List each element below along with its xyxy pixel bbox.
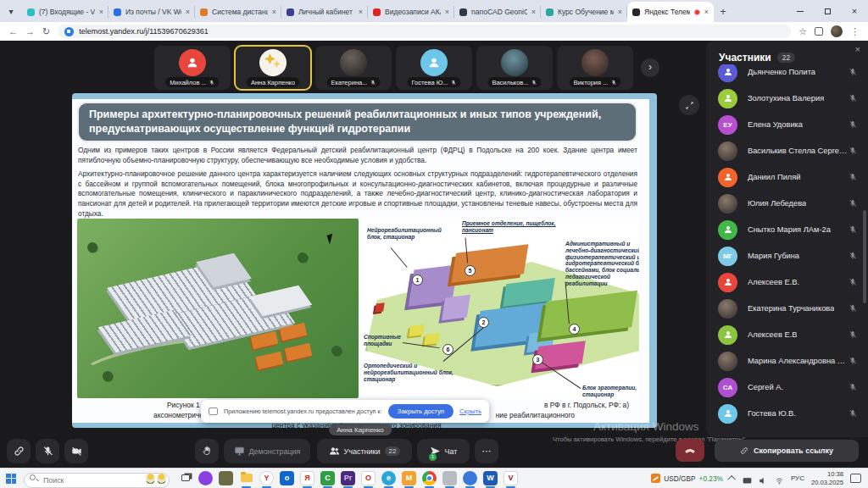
video-thumbnail-4[interactable]: Васильков... bbox=[476, 46, 553, 90]
stop-sharing-button[interactable]: Закрыть доступ bbox=[388, 404, 453, 419]
tab-close-icon[interactable]: × bbox=[359, 8, 363, 16]
participant-row[interactable]: Гостева Ю.В. bbox=[706, 401, 868, 426]
copy-link-button[interactable]: Скопировать ссылку bbox=[715, 440, 859, 462]
participant-row[interactable]: Дьянченко Полита bbox=[706, 64, 868, 85]
outlook-icon[interactable]: o bbox=[280, 471, 294, 485]
tab-close-icon[interactable]: × bbox=[272, 8, 276, 16]
thumbnail-name: Васильков... bbox=[492, 79, 528, 86]
participant-row[interactable]: Снытко Мария ЛАм-2а bbox=[706, 217, 868, 242]
start-button[interactable] bbox=[0, 474, 22, 484]
participant-row[interactable]: Марина Александровна Че... bbox=[706, 348, 868, 374]
demo-button[interactable]: Демонстрация bbox=[224, 439, 310, 463]
participant-row[interactable]: Даниил Пиляй bbox=[706, 164, 868, 190]
address-pill[interactable] bbox=[58, 25, 791, 38]
participant-name: Дьянченко Полита bbox=[748, 68, 815, 76]
browser-tab-3[interactable]: Личный кабинет × bbox=[281, 2, 368, 22]
tab-close-icon[interactable]: × bbox=[186, 8, 190, 16]
window-close-button[interactable]: × bbox=[841, 0, 868, 22]
participant-row[interactable]: Юлия Лебедева bbox=[706, 191, 868, 216]
expand-view-button[interactable] bbox=[679, 95, 699, 115]
participants-list: Дьянченко Полита Золотухина Валерия ЕУ Е… bbox=[706, 64, 868, 437]
back-icon[interactable]: ← bbox=[8, 27, 18, 36]
tab-groups-icon[interactable] bbox=[815, 27, 823, 36]
edge-icon[interactable]: e bbox=[381, 471, 396, 485]
meeting-link-button[interactable] bbox=[7, 439, 31, 463]
hang-up-button[interactable] bbox=[676, 439, 704, 462]
browser-menu-icon[interactable]: ⋮ bbox=[850, 27, 860, 36]
vray-icon[interactable]: V bbox=[504, 471, 518, 485]
bookmark-star-icon[interactable]: ☆ bbox=[798, 27, 807, 36]
window-maximize-button[interactable] bbox=[814, 0, 841, 22]
raise-hand-button[interactable] bbox=[195, 439, 219, 463]
presenter-name-pill: Анна Карпенко bbox=[329, 424, 392, 435]
participant-row[interactable]: СА Сергей А. bbox=[706, 374, 868, 400]
mail-app-icon[interactable] bbox=[463, 471, 477, 485]
grey-app-icon[interactable] bbox=[442, 471, 457, 485]
taskbar-search[interactable] bbox=[24, 471, 170, 486]
clock[interactable]: 10:38 20.03.2025 bbox=[811, 470, 843, 486]
miro-icon[interactable]: M bbox=[402, 471, 416, 485]
screen-cast-icon[interactable] bbox=[743, 474, 752, 483]
new-tab-button[interactable]: + bbox=[714, 2, 732, 22]
video-thumbnail-0[interactable]: Михайлов ... bbox=[154, 46, 231, 90]
browser-tab-5[interactable]: nanoCAD GeoniCS. Бес × bbox=[454, 2, 541, 22]
compass-icon[interactable]: C bbox=[320, 471, 335, 485]
window-minimize-button[interactable] bbox=[787, 0, 814, 22]
alice-icon[interactable] bbox=[198, 471, 213, 485]
video-thumbnail-3[interactable]: Гостева Ю... bbox=[396, 46, 472, 90]
opera-icon[interactable]: O bbox=[361, 471, 376, 485]
participant-avatar: ЕУ bbox=[718, 115, 737, 135]
currency-widget[interactable]: USD/GBP +0.23% bbox=[651, 474, 723, 483]
panel-close-icon[interactable]: × bbox=[855, 44, 860, 54]
url-input[interactable] bbox=[79, 27, 784, 36]
caption-right-1: в РФ в г. Подольск, РФ: а) bbox=[544, 401, 629, 409]
yandex-icon[interactable]: Я bbox=[300, 471, 314, 485]
participant-row[interactable]: Екатерина Турчаникова bbox=[706, 296, 868, 321]
tab-close-icon[interactable]: × bbox=[445, 8, 449, 16]
language-indicator[interactable]: РУС bbox=[791, 474, 804, 482]
participant-row[interactable]: Золотухина Валерия bbox=[706, 86, 868, 111]
chrome-icon[interactable] bbox=[422, 471, 437, 485]
participant-row[interactable]: МГ Мария Губина bbox=[706, 243, 868, 269]
browser-tab-0[interactable]: (7) Входящие - VK Work × bbox=[22, 2, 108, 22]
premiere-icon[interactable]: Pr bbox=[341, 471, 355, 485]
participants-scrollbar[interactable] bbox=[863, 210, 866, 303]
explorer-folder-icon[interactable] bbox=[239, 471, 253, 485]
browser-tab-7[interactable]: Яндекс Телемост × bbox=[627, 2, 714, 22]
forward-icon[interactable]: → bbox=[25, 27, 35, 36]
tab-close-icon[interactable]: × bbox=[704, 8, 709, 16]
word-icon[interactable]: W bbox=[483, 471, 498, 485]
tray-overflow-chevron-icon[interactable] bbox=[727, 475, 736, 484]
participants-button[interactable]: Участники 22 bbox=[317, 439, 412, 463]
yandex-browser-icon[interactable]: Y bbox=[259, 471, 274, 485]
browser-tab-1[interactable]: Из почты / VK WorkDisk × bbox=[108, 2, 195, 22]
more-options-button[interactable]: ⋯ bbox=[475, 439, 498, 463]
task-view-icon[interactable] bbox=[178, 471, 192, 485]
browser-tab-4[interactable]: Видеозаписи АКАДЕМИ × bbox=[368, 2, 454, 22]
microphone-muted-button[interactable] bbox=[36, 439, 59, 463]
video-thumbnail-5[interactable]: Виктория ... bbox=[557, 46, 633, 90]
chat-button[interactable]: Чат 1 bbox=[417, 439, 470, 463]
video-thumbnail-2[interactable]: Екатерина... bbox=[315, 46, 392, 90]
participant-row[interactable]: Алексеев Е.В bbox=[706, 322, 868, 347]
tab-strip-tabs: (7) Входящие - VK Work × Из почты / VK W… bbox=[22, 2, 714, 22]
notification-center-icon[interactable] bbox=[850, 474, 861, 483]
tab-close-icon[interactable]: × bbox=[99, 8, 103, 16]
store-icon[interactable] bbox=[219, 471, 233, 485]
video-thumbnail-1[interactable]: Анна Карпенко bbox=[235, 46, 311, 90]
participant-row[interactable]: Василькив Стелла Сергеевна bbox=[706, 138, 868, 164]
tab-close-icon[interactable]: × bbox=[531, 8, 536, 16]
participant-row[interactable]: Алексеев Е.В. bbox=[706, 269, 868, 295]
browser-profile-avatar[interactable] bbox=[831, 25, 843, 37]
camera-off-button[interactable] bbox=[64, 439, 88, 463]
participant-row[interactable]: ЕУ Елена Удовика bbox=[706, 112, 868, 137]
thumbnails-next-button[interactable]: › bbox=[641, 58, 659, 77]
browser-tab-2[interactable]: Система дистанционно × bbox=[195, 2, 281, 22]
tab-close-icon[interactable]: × bbox=[618, 8, 622, 16]
refresh-icon[interactable]: ↻ bbox=[42, 27, 50, 36]
network-icon[interactable] bbox=[775, 474, 784, 483]
tab-list-chevron-icon[interactable]: ▾ bbox=[0, 2, 22, 22]
speaker-icon[interactable] bbox=[759, 474, 768, 483]
browser-tab-6[interactable]: Курс Обучение методи × bbox=[541, 2, 627, 22]
hide-notification-link[interactable]: Скрыть bbox=[459, 408, 481, 415]
